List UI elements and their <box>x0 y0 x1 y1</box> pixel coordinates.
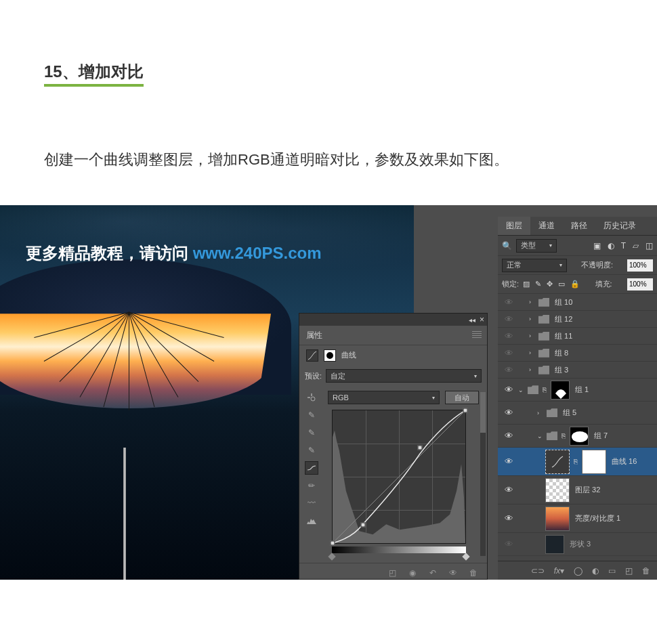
curve-point[interactable] <box>463 408 468 413</box>
opacity-input[interactable]: 100% <box>627 259 653 272</box>
scrollbar-thumb[interactable] <box>480 392 486 433</box>
layer-row[interactable]: 👁 图层 32 <box>498 476 657 505</box>
blend-mode-select[interactable]: 正常▾ <box>502 259 567 272</box>
layer-row[interactable]: 👁 › 组 12 <box>498 311 657 328</box>
auto-button[interactable]: 自动 <box>445 391 479 404</box>
mask-thumbnail[interactable] <box>582 450 606 474</box>
reset-icon[interactable]: ↶ <box>427 567 438 578</box>
visibility-toggle[interactable]: 👁 <box>502 539 515 549</box>
visibility-toggle[interactable]: 👁 <box>502 365 515 375</box>
visibility-toggle[interactable]: 👁 <box>502 456 515 467</box>
trash-icon[interactable]: 🗑 <box>468 567 479 578</box>
preset-select[interactable]: 自定 ▾ <box>326 369 482 383</box>
visibility-toggle[interactable]: 👁 <box>502 513 515 523</box>
opacity-label: 不透明度: <box>581 260 613 270</box>
visibility-toggle[interactable]: 👁 <box>502 331 515 341</box>
panel-menu-icon[interactable] <box>472 331 482 338</box>
layer-thumbnail[interactable] <box>545 507 570 531</box>
mask-thumbnail[interactable] <box>570 427 589 446</box>
channel-select[interactable]: RGB ▾ <box>328 391 440 404</box>
collapse-icon[interactable]: ⌄ <box>518 387 525 393</box>
layer-row[interactable]: 👁 ⌄ ⎘ 组 7 <box>498 425 657 448</box>
filter-type-icon[interactable]: T <box>621 241 626 251</box>
collapse-icon[interactable]: ◂◂ <box>469 316 475 324</box>
layer-mask-icon[interactable] <box>324 349 336 362</box>
adjustment-layer-icon[interactable]: ◐ <box>592 566 599 576</box>
lock-transparency-icon[interactable]: ▨ <box>523 280 530 288</box>
lock-all-icon[interactable]: 🔒 <box>570 280 580 288</box>
curve-point[interactable] <box>331 541 335 546</box>
lock-artboard-icon[interactable]: ▭ <box>558 280 565 288</box>
layer-thumbnail[interactable] <box>545 535 564 554</box>
layer-row[interactable]: 👁 ⌄ ⎘ 组 1 <box>498 379 657 402</box>
layer-row[interactable]: 👁 › 组 5 <box>498 402 657 425</box>
layer-row[interactable]: 👁 › 组 8 <box>498 345 657 362</box>
expand-icon[interactable]: › <box>529 366 536 373</box>
filter-type-select[interactable]: 类型▾ <box>516 239 557 253</box>
visibility-toggle[interactable]: 👁 <box>502 297 515 307</box>
curve-point[interactable] <box>418 446 423 450</box>
folder-icon <box>547 431 557 440</box>
curve-point-tool[interactable] <box>305 461 318 475</box>
filter-adjust-icon[interactable]: ◐ <box>608 241 614 251</box>
new-layer-icon[interactable]: ◰ <box>625 566 633 576</box>
fill-input[interactable]: 100% <box>627 278 653 291</box>
black-point-slider[interactable] <box>328 553 335 561</box>
smooth-icon[interactable]: 〰 <box>305 496 318 510</box>
curve-point[interactable] <box>361 522 366 527</box>
collapse-icon[interactable]: ⌄ <box>537 433 544 439</box>
visibility-toggle[interactable]: 👁 <box>502 431 515 441</box>
lock-position-icon[interactable]: ✥ <box>547 280 553 288</box>
search-icon[interactable]: 🔍 <box>502 241 512 251</box>
layer-row[interactable]: 👁 › 组 11 <box>498 328 657 345</box>
layer-row[interactable]: 👁 形状 3 <box>498 533 657 556</box>
filter-shape-icon[interactable]: ▱ <box>633 241 639 251</box>
tab-channels[interactable]: 通道 <box>530 217 563 235</box>
visibility-toggle[interactable]: 👁 <box>502 348 515 358</box>
eyedropper-black-icon[interactable]: ✎ <box>305 444 318 457</box>
expand-icon[interactable]: › <box>529 332 536 339</box>
expand-icon[interactable]: › <box>529 349 536 356</box>
tab-layers[interactable]: 图层 <box>498 217 530 235</box>
white-point-slider[interactable] <box>462 553 469 561</box>
filter-smart-icon[interactable]: ◫ <box>645 241 653 251</box>
histogram-toggle-icon[interactable] <box>305 514 318 528</box>
umbrella-artwork <box>0 259 305 449</box>
visibility-toggle[interactable]: 👁 <box>502 408 515 418</box>
target-adjust-tool[interactable] <box>305 391 318 404</box>
layer-row[interactable]: 👁 亮度/对比度 1 <box>498 505 657 533</box>
visibility-toggle[interactable]: 👁 <box>502 385 515 395</box>
mask-icon[interactable]: ◯ <box>574 566 582 576</box>
eyedropper-white-icon[interactable]: ✎ <box>305 408 318 422</box>
expand-icon[interactable]: › <box>529 299 536 305</box>
tab-paths[interactable]: 路径 <box>563 217 595 235</box>
eyedropper-gray-icon[interactable]: ✎ <box>305 426 318 439</box>
pencil-tool-icon[interactable]: ✏ <box>305 479 318 492</box>
toggle-visibility-icon[interactable]: 👁 <box>448 567 459 578</box>
link-layers-icon[interactable]: ⊂⊃ <box>531 566 545 576</box>
mask-thumbnail[interactable] <box>551 381 570 400</box>
expand-icon[interactable]: › <box>537 410 544 416</box>
lock-pixels-icon[interactable]: ✎ <box>535 280 541 288</box>
clip-to-layer-icon[interactable]: ◰ <box>387 567 398 578</box>
trash-icon[interactable]: 🗑 <box>642 566 650 576</box>
filter-pixel-icon[interactable]: ▣ <box>593 241 601 251</box>
view-previous-icon[interactable]: ◉ <box>407 567 418 578</box>
expand-icon[interactable]: › <box>529 316 536 322</box>
scrollbar[interactable] <box>480 392 486 556</box>
fx-icon[interactable]: fx▾ <box>554 566 564 576</box>
layer-thumbnail[interactable] <box>545 478 570 502</box>
visibility-toggle[interactable]: 👁 <box>502 314 515 324</box>
properties-tab[interactable]: 属性 <box>306 330 322 341</box>
curve-editor[interactable] <box>332 410 466 544</box>
close-icon[interactable]: × <box>480 315 484 324</box>
layer-row[interactable]: 👁 › 组 10 <box>498 294 657 311</box>
group-icon[interactable]: ▭ <box>608 566 616 576</box>
tab-history[interactable]: 历史记录 <box>595 217 644 235</box>
layer-row[interactable]: 👁 › 组 3 <box>498 362 657 379</box>
visibility-toggle[interactable]: 👁 <box>502 485 515 495</box>
folder-icon <box>528 385 538 394</box>
curves-icon <box>306 349 318 362</box>
layer-row-selected[interactable]: 👁 ⎘ 曲线 16 <box>498 448 657 476</box>
adjustment-thumbnail[interactable] <box>545 450 570 474</box>
